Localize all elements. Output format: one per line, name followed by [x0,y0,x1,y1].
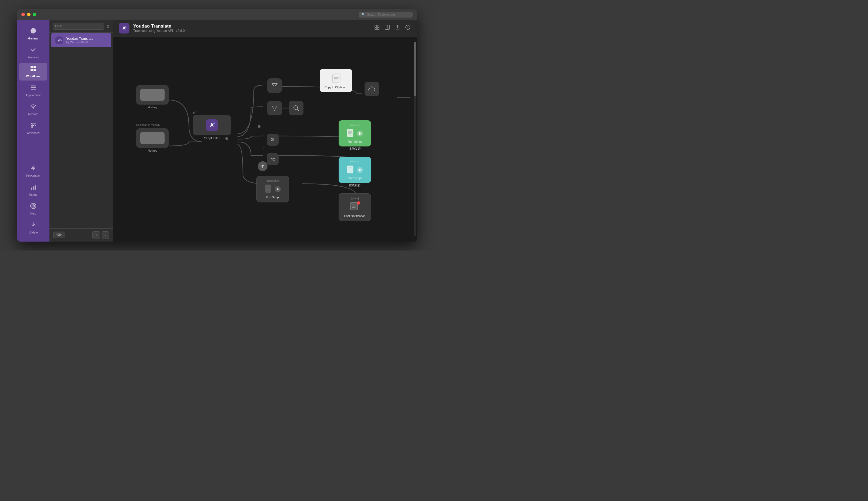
update-icon [30,222,36,230]
svg-rect-31 [377,25,379,27]
features-icon [30,46,36,55]
dot-connector-2 [225,137,228,140]
sidebar-item-remote[interactable]: Remote [19,100,47,118]
maximize-button[interactable] [33,13,36,16]
svg-point-8 [33,108,34,109]
php-title: /usr/bin/php [266,179,279,182]
sidebar-item-help[interactable]: Help [19,200,47,218]
php-run-script-node[interactable]: /usr/bin/php Run [256,175,289,202]
add-workflow-button[interactable]: + [93,231,100,239]
svg-rect-1 [31,66,33,68]
svg-marker-15 [31,166,35,171]
hotkey-label-2: Hotkey [148,149,157,152]
hotkey-label-1: Hotkey [148,106,157,109]
help-icon [30,203,36,211]
workflows-icon [30,65,36,74]
canvas-title-area: Youdao Translate Translate using Youdao … [133,23,184,33]
copy-to-clipboard-label: Copy to Clipboard [324,86,347,89]
svg-marker-54 [359,132,361,135]
svg-rect-50 [347,129,353,137]
advanced-label: Advanced [27,131,40,135]
canvas-action-btn3[interactable] [394,23,401,32]
workflow-canvas[interactable]: Hotkey Selection in macOS Hotkey yd [113,36,417,242]
workflow-sidebar: ⊗ A A Youdao Translate by WensonSmith 帮助 [50,20,113,242]
svg-rect-46 [333,74,340,82]
canvas-title: Youdao Translate [133,23,184,29]
sidebar-item-usage[interactable]: Usage [19,181,47,199]
svg-rect-17 [33,186,34,190]
search-node[interactable] [289,101,303,115]
general-label: General [28,37,38,40]
run-script-green-sublabel: 本地发音 [339,147,371,151]
canvas-header: A A Youdao Translate Translate using You… [113,20,417,36]
cmd-node[interactable]: ⌘ [267,134,279,146]
post-notification-node[interactable]: {query} Post Notification [339,193,371,221]
workflow-filter-input[interactable] [53,23,104,30]
icon-sidebar: General Features [17,20,50,242]
svg-point-12 [32,123,33,124]
svg-rect-55 [347,166,353,173]
sidebar-item-powerpack[interactable]: Powerpack [19,162,47,180]
post-notif-title: {query} [351,197,359,200]
svg-point-38 [408,28,408,28]
search-icon: 🔍 [361,13,365,17]
sidebar-item-features[interactable]: Features [19,44,47,62]
run-script-green-node[interactable]: /bin/bash Run Scr [339,120,371,151]
workflow-search-bar: ⊗ [50,20,113,33]
help-button[interactable]: 帮助 [53,232,65,238]
usage-label: Usage [29,193,37,196]
canvas-action-btn1[interactable] [373,23,381,32]
canvas-scrollbar-thumb [414,42,416,96]
sidebar-item-appearance[interactable]: Appearance [19,82,47,99]
svg-rect-2 [33,66,36,68]
post-notif-label: Post Notification [344,214,365,217]
canvas-action-btn4[interactable] [404,23,411,32]
run-script-cyan-node[interactable]: /bin/bash Run Scr [339,157,371,187]
filter-node-2[interactable] [267,101,282,115]
alt-node[interactable]: ⌥ [267,153,279,165]
script-filter-node[interactable]: yd A A Script Filter [194,115,229,140]
run-script-cyan-title: /bin/bash [350,160,360,163]
sidebar-item-workflows[interactable]: Workflows [19,63,47,81]
php-label: Run Script [266,196,279,199]
up-arrow-node[interactable] [258,161,268,171]
svg-rect-16 [31,188,32,190]
workflow-item-author: by WensonSmith [66,41,94,44]
titlebar-search[interactable]: 🔍 [358,12,412,18]
remote-icon [30,103,36,111]
sidebar-item-update[interactable]: Update [19,219,47,237]
sidebar-item-general[interactable]: General [19,25,47,43]
main-content: General Features [17,20,417,242]
svg-rect-33 [377,28,379,30]
workflow-filter-clear[interactable]: ⊗ [106,24,110,28]
main-window: 🔍 General Features [17,9,417,242]
svg-rect-32 [375,28,377,30]
svg-point-14 [32,126,33,128]
workflow-item-youdao[interactable]: A A Youdao Translate by WensonSmith [51,33,111,47]
search-input[interactable] [367,13,410,17]
nav-bottom: Powerpack Usage [17,162,50,237]
remove-workflow-button[interactable]: - [101,231,109,239]
hotkey-node-1[interactable]: Hotkey [135,85,170,109]
help-label: Help [30,212,36,215]
cloud-node[interactable] [365,82,379,96]
traffic-lights [21,13,36,16]
workflow-item-icon: A A [55,36,64,45]
sidebar-item-advanced[interactable]: Advanced [19,119,47,137]
minimize-button[interactable] [27,13,31,16]
canvas-scrollbar[interactable] [414,42,416,236]
run-script-green-label: Run Script [348,140,362,143]
svg-marker-68 [277,188,279,191]
appearance-icon [30,84,36,93]
general-icon [30,28,36,36]
filter-node-1[interactable] [267,78,282,93]
hotkey-node-2[interactable]: Selection in macOS Hotkey [135,128,170,152]
copy-to-clipboard-node[interactable]: Copy to Clipboard [320,69,352,92]
run-script-green-title: /bin/bash [350,124,360,127]
powerpack-label: Powerpack [26,174,40,177]
close-button[interactable] [21,13,25,16]
svg-rect-4 [33,69,36,71]
workflow-item-name: Youdao Translate [66,36,94,41]
update-label: Update [29,231,38,234]
canvas-action-btn2[interactable] [384,23,391,32]
